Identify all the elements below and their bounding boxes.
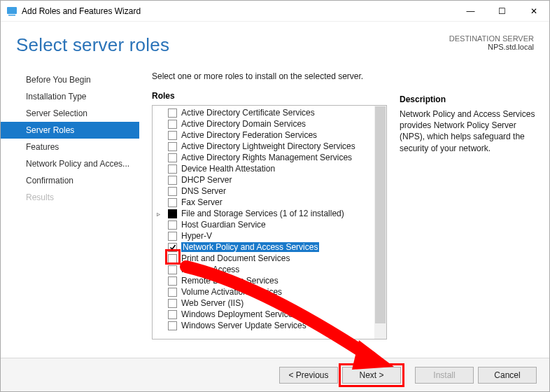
page-title: Select server roles [16,34,169,56]
role-checkbox[interactable] [168,232,177,241]
role-checkbox[interactable] [168,220,177,230]
role-label: DNS Server [181,186,226,196]
nav-step[interactable]: Network Policy and Acces... [1,155,139,172]
destination-server-name: NPS.std.local [449,43,534,51]
role-label: Windows Server Update Services [181,321,306,330]
role-label: Active Directory Certificate Services [181,108,315,118]
role-row[interactable]: Active Directory Domain Services [153,118,374,130]
role-checkbox[interactable] [168,131,177,140]
role-label: Remote Desktop Services [181,276,278,286]
role-row[interactable]: Host Guardian Service [153,219,374,230]
role-row[interactable]: Print and Document Services [153,253,374,264]
role-checkbox[interactable] [168,176,177,185]
roles-label: Roles [152,91,387,101]
nav-step[interactable]: Installation Type [1,88,139,105]
cancel-button[interactable]: Cancel [478,367,537,384]
role-checkbox[interactable] [168,209,177,218]
role-checkbox[interactable] [168,254,177,263]
role-row[interactable]: DNS Server [153,186,374,197]
role-label: Active Directory Domain Services [181,119,306,129]
role-row[interactable]: ▹File and Storage Services (1 of 12 inst… [153,208,374,219]
next-button[interactable]: Next > [342,367,401,384]
roles-column: Select one or more roles to install on t… [152,71,387,354]
titlebar: Add Roles and Features Wizard — ☐ ✕ [1,1,549,22]
role-checkbox[interactable] [168,164,177,174]
role-row[interactable]: Active Directory Certificate Services [153,107,374,118]
role-label: DHCP Server [181,175,232,185]
role-row[interactable]: Windows Deployment Services [153,309,374,320]
svg-rect-0 [7,7,17,14]
window-title: Add Roles and Features Wizard [22,6,141,16]
description-label: Description [400,94,535,104]
wizard-header: Select server roles DESTINATION SERVER N… [1,22,549,71]
minimize-button[interactable]: — [455,1,486,22]
nav-step[interactable]: Before You Begin [1,71,139,88]
role-row[interactable]: DHCP Server [153,174,374,186]
wizard-footer: < Previous Next > Install Cancel [1,358,549,391]
destination-block: DESTINATION SERVER NPS.std.local [449,34,534,51]
role-checkbox[interactable] [168,198,177,207]
role-label: Host Guardian Service [181,220,266,230]
intro-text: Select one or more roles to install on t… [152,71,387,81]
nav-step[interactable]: Confirmation [1,172,139,189]
role-label: Active Directory Federation Services [181,130,317,140]
svg-rect-1 [8,15,15,16]
destination-label: DESTINATION SERVER [449,34,534,43]
role-checkbox[interactable] [168,243,177,252]
role-label: Remote Access [181,265,239,274]
role-label: Active Directory Lightweight Directory S… [181,141,355,151]
nav-step[interactable]: Server Selection [1,105,139,122]
role-label: File and Storage Services (1 of 12 insta… [181,209,344,218]
role-label: Web Server (IIS) [181,298,244,308]
server-manager-icon [6,6,17,17]
nav-step[interactable]: Features [1,139,139,155]
role-label: Volume Activation Services [181,287,282,297]
role-label: Network Policy and Access Services [181,242,319,252]
role-checkbox[interactable] [168,153,177,162]
previous-button[interactable]: < Previous [279,367,338,384]
role-row[interactable]: Active Directory Federation Services [153,130,374,141]
role-row[interactable]: Network Policy and Access Services [153,241,374,253]
install-button[interactable]: Install [415,367,474,384]
role-label: Hyper-V [181,231,212,241]
role-checkbox[interactable] [168,142,177,151]
role-row[interactable]: Active Directory Lightweight Directory S… [153,141,374,152]
role-row[interactable]: Remote Access [153,264,374,275]
role-checkbox[interactable] [168,265,177,274]
role-checkbox[interactable] [168,187,177,196]
role-row[interactable]: Volume Activation Services [153,286,374,298]
description-column: Description Network Policy and Access Se… [400,71,535,354]
role-row[interactable]: Remote Desktop Services [153,275,374,286]
roles-list[interactable]: Active Directory Certificate ServicesAct… [153,106,374,339]
role-row[interactable]: Hyper-V [153,230,374,241]
role-checkbox[interactable] [168,276,177,286]
role-checkbox[interactable] [168,321,177,330]
scrollbar-thumb[interactable] [375,106,386,323]
nav-step[interactable]: Server Roles [1,122,139,139]
role-checkbox[interactable] [168,108,177,118]
close-button[interactable]: ✕ [518,1,549,22]
scrollbar[interactable] [374,106,386,339]
role-label: Device Health Attestation [181,164,275,174]
role-row[interactable]: Active Directory Rights Management Servi… [153,152,374,163]
role-label: Active Directory Rights Management Servi… [181,153,352,162]
role-row[interactable]: Fax Server [153,197,374,208]
maximize-button[interactable]: ☐ [486,1,518,22]
role-checkbox[interactable] [168,288,177,297]
nav-step: Results [1,189,139,206]
role-label: Windows Deployment Services [181,309,297,319]
wizard-body: Before You BeginInstallation TypeServer … [1,71,549,354]
description-text: Network Policy and Access Services provi… [400,108,535,154]
role-checkbox[interactable] [168,120,177,129]
expand-icon[interactable]: ▹ [157,210,165,218]
role-label: Fax Server [181,197,223,207]
role-checkbox[interactable] [168,299,177,308]
wizard-content: Select one or more roles to install on t… [139,71,535,354]
role-row[interactable]: Windows Server Update Services [153,320,374,331]
roles-box: Active Directory Certificate ServicesAct… [152,105,387,340]
wizard-nav: Before You BeginInstallation TypeServer … [1,71,139,354]
role-label: Print and Document Services [181,253,290,263]
role-row[interactable]: Device Health Attestation [153,163,374,174]
role-row[interactable]: Web Server (IIS) [153,298,374,309]
role-checkbox[interactable] [168,310,177,319]
